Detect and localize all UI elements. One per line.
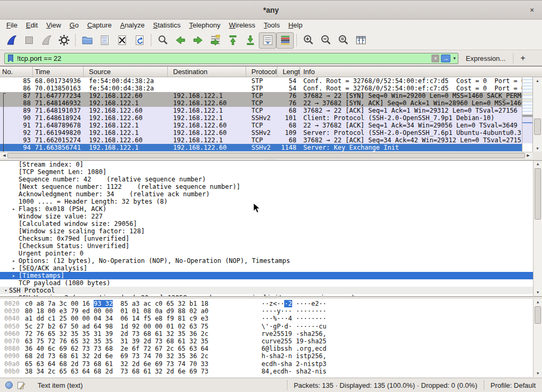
detail-line[interactable]: Urgent pointer: 0 — [0, 250, 542, 257]
expander-icon[interactable]: ▸ — [11, 272, 17, 279]
hex-row[interactable]: 0020c0 a8 7a 3c 00 16 93 32 85 a3 ac c0 … — [0, 300, 542, 307]
vscroll-thumb[interactable] — [535, 306, 541, 324]
apply-filter-icon[interactable]: → — [441, 54, 450, 62]
go-first-button[interactable] — [224, 32, 241, 49]
zoom-in-button[interactable] — [300, 32, 317, 49]
go-to-packet-button[interactable] — [206, 32, 224, 49]
packet-list-hscrollbar[interactable]: ◀ ▶ — [0, 152, 532, 159]
open-file-button[interactable] — [78, 32, 96, 49]
detail-line[interactable]: Checksum: 0x79ed [unverified] — [0, 235, 542, 242]
detail-line[interactable]: ▸Options: (12 bytes), No-Operation (NOP)… — [0, 257, 542, 265]
restart-capture-button[interactable] — [38, 32, 55, 49]
packet-list-vscrollbar[interactable]: ▲ ▼ — [532, 77, 542, 152]
scroll-down-icon[interactable]: ▼ — [534, 289, 542, 296]
expander-icon[interactable]: ▸ — [11, 205, 17, 213]
menu-statistics[interactable]: Statistics — [149, 20, 185, 30]
colorize-button[interactable] — [276, 32, 294, 49]
hex-row[interactable]: 006072 76 65 32 35 35 31 39 2d 73 68 61 … — [0, 330, 542, 338]
column-header-length[interactable]: Length — [277, 67, 300, 77]
menu-help[interactable]: Help — [284, 20, 307, 30]
packet-row[interactable]: 8771.647777234192.168.122.60192.168.122.… — [0, 92, 532, 99]
packet-row[interactable]: 9171.648789678192.168.122.1192.168.122.6… — [0, 122, 532, 129]
packet-row[interactable]: 8670.013850163fe:54:00:d4:38:2aSTP54Conf… — [0, 85, 532, 92]
hex-row[interactable]: 00a065 63 64 68 2d 73 68 61 32 2d 6e 69 … — [0, 360, 542, 368]
scroll-down-icon[interactable]: ▼ — [533, 145, 542, 152]
menu-file[interactable]: File — [2, 20, 22, 30]
filter-value[interactable]: !tcp.port == 22 — [17, 54, 431, 62]
capture-options-button[interactable] — [55, 32, 73, 49]
detail-line[interactable]: [Next sequence number: 1122 (relative se… — [0, 183, 542, 190]
clear-filter-icon[interactable]: × — [431, 54, 439, 62]
detail-line[interactable]: Sequence number: 42 (relative sequence n… — [0, 176, 542, 183]
packet-row[interactable]: 8971.648191037192.168.122.60192.168.122.… — [0, 107, 532, 114]
packet-row[interactable]: 9071.648618924192.168.122.60192.168.122.… — [0, 114, 532, 122]
hex-row[interactable]: 008036 40 6c 69 62 73 73 68 2e 6f 72 67 … — [0, 345, 542, 352]
add-filter-button[interactable]: + — [520, 53, 525, 63]
menu-analyze[interactable]: Analyze — [116, 20, 149, 30]
menu-go[interactable]: Go — [65, 20, 83, 30]
go-back-button[interactable] — [171, 32, 189, 49]
detail-line[interactable]: [TCP Segment Len: 1080] — [0, 168, 542, 176]
detail-line[interactable]: ▸Flags: 0x018 (PSH, ACK) — [0, 205, 542, 213]
packet-row[interactable]: 9271.661949820192.168.122.1192.168.122.6… — [0, 129, 532, 136]
details-vscrollbar[interactable]: ▲ ▼ — [533, 161, 542, 296]
expander-icon[interactable]: ▸ — [11, 265, 17, 272]
start-capture-button[interactable] — [3, 32, 20, 49]
packet-row-selected[interactable]: 9471.663856741192.168.122.1192.168.122.6… — [0, 144, 532, 151]
expert-info-icon[interactable] — [5, 381, 13, 389]
hex-vscrollbar[interactable]: ▲ ▼ — [533, 299, 542, 377]
close-icon[interactable]: × — [527, 5, 537, 15]
go-last-button[interactable] — [241, 32, 259, 49]
detail-line[interactable]: Window size value: 227 — [0, 213, 542, 220]
detail-line[interactable]: [Calculated window size: 29056] — [0, 220, 542, 227]
detail-line[interactable]: TCP payload (1080 bytes) — [0, 279, 542, 287]
column-header-time[interactable]: Time — [33, 67, 84, 77]
scroll-minimap[interactable] — [522, 77, 532, 152]
detail-line[interactable]: ▾SSH Protocol — [0, 287, 542, 294]
scroll-up-icon[interactable]: ▲ — [534, 299, 542, 306]
packet-row[interactable]: 9371.662015274192.168.122.60192.168.122.… — [0, 136, 532, 144]
scroll-up-icon[interactable]: ▲ — [534, 161, 542, 168]
resize-columns-button[interactable] — [352, 32, 369, 49]
expression-button[interactable]: Expression... — [466, 54, 505, 62]
packet-row[interactable]: 8871.648146932192.168.122.1192.168.122.6… — [0, 99, 532, 107]
detail-line[interactable]: [Window size scaling factor: 128] — [0, 227, 542, 235]
vscroll-thumb[interactable] — [535, 168, 541, 220]
column-header-no[interactable]: No. — [0, 67, 33, 77]
detail-line[interactable]: 1000 .... = Header Length: 32 bytes (8) — [0, 198, 542, 205]
stop-capture-button[interactable] — [20, 32, 38, 49]
menu-telephony[interactable]: Telephony — [185, 20, 224, 30]
save-file-button[interactable]: 010111100110 — [96, 32, 113, 49]
scroll-right-icon[interactable]: ▶ — [525, 152, 531, 159]
hscroll-thumb[interactable] — [7, 153, 525, 158]
menu-wireless[interactable]: Wireless — [225, 20, 260, 30]
display-filter-input[interactable]: !tcp.port == 22 × → ▾ — [4, 53, 458, 64]
close-file-button[interactable] — [113, 32, 131, 49]
menu-edit[interactable]: Edit — [22, 20, 42, 30]
detail-line[interactable]: Acknowledgment number: 34 (relative ack … — [0, 190, 542, 198]
hex-row[interactable]: 00b038 34 2c 65 63 64 68 2d 73 68 61 32 … — [0, 368, 542, 375]
titlebar[interactable]: *any × — [0, 0, 542, 20]
hex-row[interactable]: 0040a1 dd c1 25 00 00 04 34 06 14 f5 e8 … — [0, 315, 542, 322]
detail-line[interactable]: [Checksum Status: Unverified] — [0, 242, 542, 250]
find-packet-button[interactable] — [154, 32, 171, 49]
detail-line[interactable]: ▸[SEQ/ACK analysis] — [0, 265, 542, 272]
hex-row[interactable]: 009068 2d 73 68 61 32 2d 6e 69 73 74 70 … — [0, 352, 542, 360]
expander-icon[interactable]: ▸ — [11, 257, 17, 265]
vscroll-thumb[interactable] — [534, 118, 541, 135]
column-header-destination[interactable]: Destination — [168, 67, 246, 77]
zoom-out-button[interactable] — [317, 32, 335, 49]
hex-row[interactable]: 00505c 27 b2 67 50 ad 64 98 1d 92 00 00 … — [0, 323, 542, 330]
column-header-source[interactable]: Source — [84, 67, 168, 77]
capture-comment-icon[interactable] — [17, 381, 25, 390]
bookmark-icon[interactable] — [7, 54, 14, 63]
column-header-info[interactable]: Info — [300, 67, 542, 77]
hex-row[interactable]: 003080 18 00 e3 79 ed 00 00 01 01 08 0a … — [0, 307, 542, 315]
expander-icon[interactable]: ▾ — [3, 287, 9, 294]
menu-view[interactable]: View — [42, 20, 65, 30]
profile-status[interactable]: Profile: Default — [484, 380, 542, 390]
menu-tools[interactable]: Tools — [259, 20, 284, 30]
auto-scroll-button[interactable] — [259, 32, 276, 49]
scroll-up-icon[interactable]: ▲ — [533, 77, 542, 84]
scroll-left-icon[interactable]: ◀ — [1, 152, 7, 159]
